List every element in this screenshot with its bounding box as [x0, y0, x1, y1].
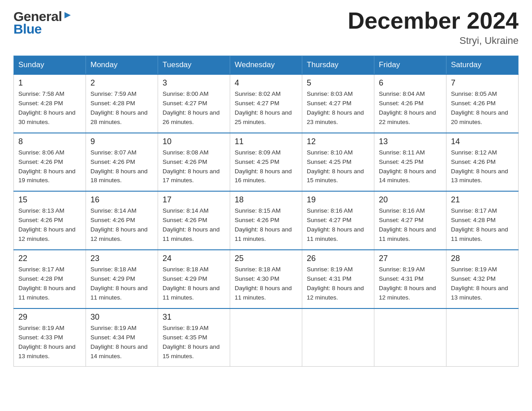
calendar-cell: 19 Sunrise: 8:16 AMSunset: 4:27 PMDaylig… [302, 191, 374, 250]
calendar-week-row: 1 Sunrise: 7:58 AMSunset: 4:28 PMDayligh… [14, 74, 519, 133]
day-number: 5 [307, 78, 369, 88]
day-number: 11 [235, 137, 297, 146]
day-info: Sunrise: 8:15 AMSunset: 4:26 PMDaylight:… [235, 206, 297, 244]
calendar-week-row: 22 Sunrise: 8:17 AMSunset: 4:28 PMDaylig… [14, 250, 519, 308]
calendar-cell: 10 Sunrise: 8:08 AMSunset: 4:26 PMDaylig… [158, 133, 230, 192]
calendar-cell: 2 Sunrise: 7:59 AMSunset: 4:28 PMDayligh… [86, 74, 158, 133]
day-number: 3 [163, 78, 225, 88]
day-info: Sunrise: 8:19 AMSunset: 4:31 PMDaylight:… [307, 265, 369, 303]
calendar-cell: 13 Sunrise: 8:11 AMSunset: 4:25 PMDaylig… [374, 133, 446, 192]
logo-blue-text: Blue [13, 21, 73, 37]
weekday-header-sunday: Sunday [14, 56, 86, 75]
calendar-cell: 5 Sunrise: 8:03 AMSunset: 4:27 PMDayligh… [302, 74, 374, 133]
calendar-cell: 17 Sunrise: 8:14 AMSunset: 4:26 PMDaylig… [158, 191, 230, 250]
calendar-cell: 11 Sunrise: 8:09 AMSunset: 4:25 PMDaylig… [230, 133, 302, 192]
day-info: Sunrise: 8:19 AMSunset: 4:35 PMDaylight:… [163, 324, 225, 361]
day-info: Sunrise: 8:14 AMSunset: 4:26 PMDaylight:… [163, 206, 225, 244]
day-info: Sunrise: 8:17 AMSunset: 4:28 PMDaylight:… [18, 265, 81, 303]
calendar-cell: 9 Sunrise: 8:07 AMSunset: 4:26 PMDayligh… [86, 133, 158, 192]
day-number: 27 [379, 254, 442, 263]
calendar-cell: 28 Sunrise: 8:19 AMSunset: 4:32 PMDaylig… [446, 250, 519, 308]
day-info: Sunrise: 8:18 AMSunset: 4:30 PMDaylight:… [235, 265, 297, 303]
logo: General Blue [13, 9, 73, 37]
day-number: 21 [451, 195, 514, 205]
calendar-cell [230, 308, 302, 367]
calendar-cell: 1 Sunrise: 7:58 AMSunset: 4:28 PMDayligh… [14, 74, 86, 133]
calendar-cell: 31 Sunrise: 8:19 AMSunset: 4:35 PMDaylig… [158, 308, 230, 367]
calendar-cell: 25 Sunrise: 8:18 AMSunset: 4:30 PMDaylig… [230, 250, 302, 308]
weekday-header-row: SundayMondayTuesdayWednesdayThursdayFrid… [14, 56, 519, 75]
weekday-header-friday: Friday [374, 56, 446, 75]
day-info: Sunrise: 8:05 AMSunset: 4:26 PMDaylight:… [451, 90, 514, 127]
day-info: Sunrise: 8:12 AMSunset: 4:26 PMDaylight:… [451, 148, 514, 186]
day-info: Sunrise: 7:58 AMSunset: 4:28 PMDaylight:… [18, 90, 81, 127]
calendar-cell: 27 Sunrise: 8:19 AMSunset: 4:31 PMDaylig… [374, 250, 446, 308]
calendar-cell: 7 Sunrise: 8:05 AMSunset: 4:26 PMDayligh… [446, 74, 519, 133]
day-number: 12 [307, 137, 369, 146]
calendar-cell [374, 308, 446, 367]
day-info: Sunrise: 8:13 AMSunset: 4:26 PMDaylight:… [18, 206, 81, 244]
day-info: Sunrise: 8:04 AMSunset: 4:26 PMDaylight:… [379, 90, 442, 127]
day-number: 31 [163, 313, 225, 322]
day-info: Sunrise: 8:17 AMSunset: 4:28 PMDaylight:… [451, 206, 514, 244]
weekday-header-monday: Monday [86, 56, 158, 75]
day-info: Sunrise: 8:03 AMSunset: 4:27 PMDaylight:… [307, 90, 369, 127]
day-number: 16 [90, 195, 153, 205]
day-number: 2 [90, 78, 153, 88]
day-info: Sunrise: 8:06 AMSunset: 4:26 PMDaylight:… [18, 148, 81, 186]
calendar-cell: 22 Sunrise: 8:17 AMSunset: 4:28 PMDaylig… [14, 250, 86, 308]
calendar-cell: 6 Sunrise: 8:04 AMSunset: 4:26 PMDayligh… [374, 74, 446, 133]
calendar-cell: 24 Sunrise: 8:18 AMSunset: 4:29 PMDaylig… [158, 250, 230, 308]
month-title: December 2024 [348, 9, 519, 32]
day-number: 9 [90, 137, 153, 146]
day-number: 18 [235, 195, 297, 205]
calendar-cell: 16 Sunrise: 8:14 AMSunset: 4:26 PMDaylig… [86, 191, 158, 250]
day-number: 13 [379, 137, 442, 146]
calendar-week-row: 15 Sunrise: 8:13 AMSunset: 4:26 PMDaylig… [14, 191, 519, 250]
weekday-header-wednesday: Wednesday [230, 56, 302, 75]
calendar-cell: 4 Sunrise: 8:02 AMSunset: 4:27 PMDayligh… [230, 74, 302, 133]
day-info: Sunrise: 8:00 AMSunset: 4:27 PMDaylight:… [163, 90, 225, 127]
calendar-cell [302, 308, 374, 367]
calendar-cell: 26 Sunrise: 8:19 AMSunset: 4:31 PMDaylig… [302, 250, 374, 308]
logo-arrow-icon [63, 10, 73, 22]
day-info: Sunrise: 8:16 AMSunset: 4:27 PMDaylight:… [379, 206, 442, 244]
day-info: Sunrise: 8:07 AMSunset: 4:26 PMDaylight:… [90, 148, 153, 186]
day-info: Sunrise: 8:10 AMSunset: 4:25 PMDaylight:… [307, 148, 369, 186]
day-info: Sunrise: 8:02 AMSunset: 4:27 PMDaylight:… [235, 90, 297, 127]
day-number: 17 [163, 195, 225, 205]
day-info: Sunrise: 8:19 AMSunset: 4:31 PMDaylight:… [379, 265, 442, 303]
day-number: 7 [451, 78, 514, 88]
page-header: General Blue December 2024 Stryi, Ukrain… [13, 9, 519, 47]
day-info: Sunrise: 8:18 AMSunset: 4:29 PMDaylight:… [90, 265, 153, 303]
day-number: 1 [18, 78, 81, 88]
title-section: December 2024 Stryi, Ukraine [348, 9, 519, 47]
day-info: Sunrise: 8:11 AMSunset: 4:25 PMDaylight:… [379, 148, 442, 186]
day-number: 24 [163, 254, 225, 263]
day-number: 23 [90, 254, 153, 263]
calendar-cell: 21 Sunrise: 8:17 AMSunset: 4:28 PMDaylig… [446, 191, 519, 250]
calendar-cell: 14 Sunrise: 8:12 AMSunset: 4:26 PMDaylig… [446, 133, 519, 192]
day-info: Sunrise: 8:16 AMSunset: 4:27 PMDaylight:… [307, 206, 369, 244]
calendar-cell: 29 Sunrise: 8:19 AMSunset: 4:33 PMDaylig… [14, 308, 86, 367]
day-info: Sunrise: 8:09 AMSunset: 4:25 PMDaylight:… [235, 148, 297, 186]
day-number: 29 [18, 313, 81, 322]
day-number: 26 [307, 254, 369, 263]
day-number: 28 [451, 254, 514, 263]
weekday-header-tuesday: Tuesday [158, 56, 230, 75]
day-info: Sunrise: 8:08 AMSunset: 4:26 PMDaylight:… [163, 148, 225, 186]
location-text: Stryi, Ukraine [348, 35, 519, 47]
day-info: Sunrise: 8:19 AMSunset: 4:32 PMDaylight:… [451, 265, 514, 303]
calendar-week-row: 29 Sunrise: 8:19 AMSunset: 4:33 PMDaylig… [14, 308, 519, 367]
day-info: Sunrise: 8:19 AMSunset: 4:33 PMDaylight:… [18, 324, 81, 361]
day-number: 15 [18, 195, 81, 205]
day-number: 8 [18, 137, 81, 146]
day-number: 4 [235, 78, 297, 88]
day-info: Sunrise: 7:59 AMSunset: 4:28 PMDaylight:… [90, 90, 153, 127]
svg-marker-0 [64, 12, 71, 18]
weekday-header-saturday: Saturday [446, 56, 519, 75]
day-number: 6 [379, 78, 442, 88]
calendar-cell [446, 308, 519, 367]
calendar-cell: 12 Sunrise: 8:10 AMSunset: 4:25 PMDaylig… [302, 133, 374, 192]
calendar-cell: 8 Sunrise: 8:06 AMSunset: 4:26 PMDayligh… [14, 133, 86, 192]
